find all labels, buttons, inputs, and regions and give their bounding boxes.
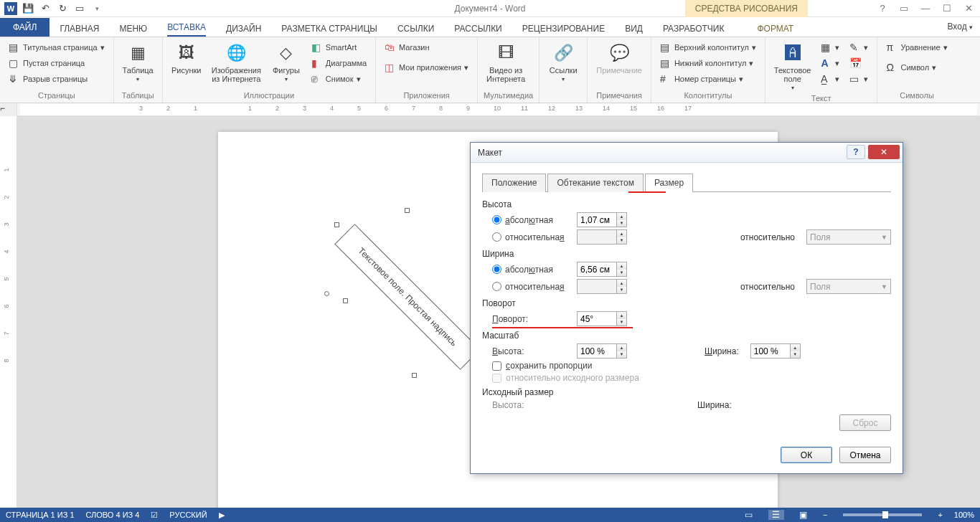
spin-down-icon[interactable]: ▼ — [617, 319, 626, 326]
my-apps-button[interactable]: ◫Мои приложения ▾ — [382, 60, 471, 75]
spin-down-icon[interactable]: ▼ — [791, 351, 800, 359]
status-macro-icon[interactable]: ▶ — [219, 511, 225, 520]
tab-developer[interactable]: РАЗРАБОТЧИК — [653, 19, 735, 37]
dlg-tab-position[interactable]: Положение — [482, 174, 546, 192]
symbol-button[interactable]: ΩСимвол ▾ — [883, 60, 950, 75]
tab-menu[interactable]: Меню — [109, 19, 157, 37]
spin-down-icon[interactable]: ▼ — [617, 351, 626, 359]
footer-button[interactable]: ▤Нижний колонтитул ▾ — [657, 56, 759, 70]
screenshot-button[interactable]: ⎚Снимок ▾ — [308, 72, 369, 86]
links-button[interactable]: 🔗Ссылки▾ — [545, 40, 581, 84]
spin-down-icon[interactable]: ▼ — [617, 270, 626, 277]
view-readmode-icon[interactable]: ▭ — [741, 510, 757, 520]
undo-icon[interactable]: ↶ — [37, 1, 53, 16]
tab-design[interactable]: ДИЗАЙН — [216, 19, 271, 37]
rotate-spinner[interactable]: ▲▼ — [577, 311, 627, 326]
store-button[interactable]: 🛍Магазин — [382, 40, 471, 54]
spin-up-icon[interactable]: ▲ — [617, 312, 626, 319]
help-icon[interactable]: ? — [874, 3, 891, 14]
resize-handle[interactable] — [412, 373, 417, 378]
tab-home[interactable]: ГЛАВНАЯ — [50, 19, 109, 37]
view-weblayout-icon[interactable]: ▣ — [796, 510, 811, 520]
horizontal-ruler[interactable]: 3211234567891011121314151617 — [20, 104, 977, 115]
height-abs-spinner[interactable]: ▲▼ — [577, 212, 627, 227]
zoom-out-button[interactable]: − — [823, 511, 827, 519]
rotate-input[interactable] — [578, 312, 616, 326]
dlg-tab-size[interactable]: Размер — [645, 174, 693, 192]
spin-up-icon[interactable]: ▲ — [617, 213, 626, 220]
dialog-titlebar[interactable]: Макет ? ✕ — [471, 143, 903, 163]
new-doc-icon[interactable]: ▭ — [72, 1, 88, 16]
textbox-shape[interactable]: Текстовое поле. Простая надпись — [334, 224, 481, 370]
save-icon[interactable]: 💾 — [20, 1, 36, 16]
rotate-handle[interactable] — [324, 291, 329, 296]
tab-pagelayout[interactable]: РАЗМЕТКА СТРАНИЦЫ — [271, 19, 387, 37]
online-pictures-button[interactable]: 🌐Изображения из Интернета — [209, 40, 264, 85]
maximize-icon[interactable]: ☐ — [938, 3, 956, 14]
equation-button[interactable]: πУравнение ▾ — [883, 40, 950, 54]
scale-width-spinner[interactable]: ▲▼ — [750, 343, 801, 359]
view-printlayout-icon[interactable]: ☰ — [768, 510, 784, 520]
resize-handle[interactable] — [405, 208, 410, 213]
height-abs-radio[interactable]: абсолютная — [492, 215, 571, 225]
spin-down-icon[interactable]: ▼ — [617, 220, 626, 227]
width-abs-radio[interactable]: абсолютная — [492, 265, 571, 275]
page-number-button[interactable]: #Номер страницы ▾ — [657, 72, 759, 86]
zoom-level[interactable]: 100% — [954, 511, 974, 519]
width-abs-spinner[interactable]: ▲▼ — [577, 262, 627, 277]
shapes-button[interactable]: ◇Фигуры▾ — [268, 40, 304, 84]
blank-page-button[interactable]: ▢Пустая страница — [6, 56, 108, 70]
page-break-button[interactable]: ⤋Разрыв страницы — [6, 72, 108, 86]
qat-more-icon[interactable]: ▾ — [89, 1, 105, 16]
close-icon[interactable]: ✕ — [960, 3, 977, 14]
sigline-button[interactable]: ✎▾ — [847, 40, 871, 54]
height-abs-input[interactable] — [578, 213, 616, 227]
tab-file[interactable]: ФАЙЛ — [0, 18, 50, 37]
width-rel-radio[interactable]: относительная — [492, 282, 571, 292]
spin-up-icon[interactable]: ▲ — [617, 262, 626, 270]
width-abs-input[interactable] — [578, 262, 616, 276]
ok-button[interactable]: ОК — [781, 447, 832, 463]
dlg-tab-wrap[interactable]: Обтекание текстом — [547, 174, 643, 192]
smartart-button[interactable]: ◧SmartArt — [308, 40, 369, 54]
zoom-thumb[interactable] — [882, 511, 888, 518]
spin-up-icon[interactable]: ▲ — [791, 344, 800, 351]
tab-insert[interactable]: ВСТАВКА — [157, 18, 216, 37]
dialog-close-button[interactable]: ✕ — [868, 145, 900, 159]
redo-icon[interactable]: ↻ — [55, 1, 70, 16]
comment-button[interactable]: 💬Примечание — [593, 40, 645, 76]
dialog-help-button[interactable]: ? — [847, 145, 865, 159]
object-button[interactable]: ▭▾ — [847, 72, 871, 86]
status-language[interactable]: РУССКИЙ — [169, 511, 207, 519]
textbox-button[interactable]: 🅰Текстовое поле▾ — [771, 40, 814, 92]
zoom-slider[interactable] — [843, 513, 922, 516]
status-proof-icon[interactable]: ☑ — [151, 511, 158, 520]
scale-height-input[interactable] — [578, 344, 616, 358]
lock-aspect-checkbox[interactable]: сохранить пропорции — [492, 361, 891, 371]
tab-references[interactable]: ССЫЛКИ — [387, 19, 444, 37]
scale-width-input[interactable] — [751, 344, 790, 358]
vertical-ruler[interactable]: 123 456 78 — [0, 116, 17, 508]
dropcap-button[interactable]: A̲▾ — [818, 72, 842, 86]
chart-button[interactable]: ▮Диаграмма — [308, 56, 369, 70]
cancel-button[interactable]: Отмена — [839, 447, 891, 463]
wordart-button[interactable]: A▾ — [818, 56, 842, 70]
table-button[interactable]: ▦Таблица▾ — [120, 40, 156, 84]
height-rel-radio[interactable]: относительная — [492, 232, 571, 242]
tab-review[interactable]: РЕЦЕНЗИРОВАНИЕ — [512, 19, 615, 37]
pictures-button[interactable]: 🖼Рисунки — [169, 40, 204, 76]
tab-mailings[interactable]: РАССЫЛКИ — [444, 19, 512, 37]
header-button[interactable]: ▤Верхний колонтитул ▾ — [657, 40, 759, 54]
status-page[interactable]: СТРАНИЦА 1 ИЗ 1 — [6, 511, 75, 519]
ribbon-options-icon[interactable]: ▭ — [895, 3, 913, 14]
minimize-icon[interactable]: — — [917, 3, 934, 14]
resize-handle[interactable] — [334, 222, 339, 227]
tab-view[interactable]: ВИД — [615, 19, 653, 37]
cover-page-button[interactable]: ▤Титульная страница ▾ — [6, 40, 108, 54]
tab-format[interactable]: ФОРМАТ — [747, 19, 804, 37]
scale-height-spinner[interactable]: ▲▼ — [577, 343, 627, 359]
login-link[interactable]: Вход ▾ — [948, 22, 974, 32]
datetime-button[interactable]: 📅 — [847, 56, 871, 70]
quickparts-button[interactable]: ▦▾ — [818, 40, 842, 54]
status-words[interactable]: СЛОВО 4 ИЗ 4 — [86, 511, 140, 519]
